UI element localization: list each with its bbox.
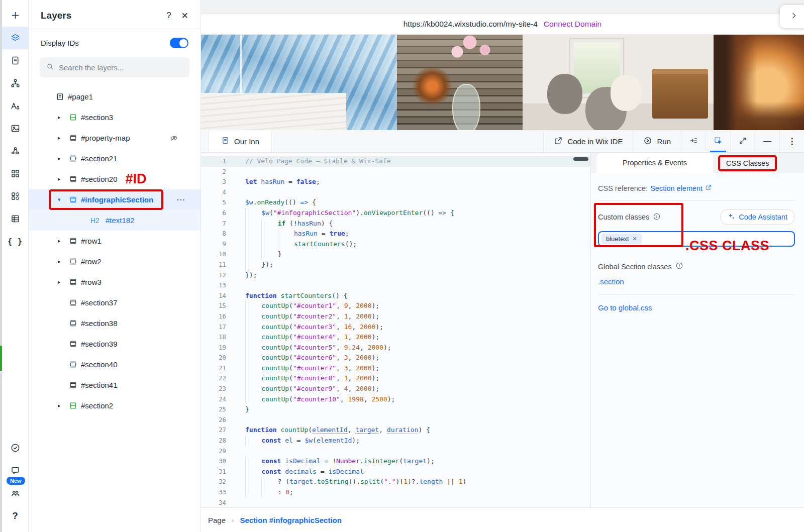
expand-arrow-icon[interactable]: ▸ (58, 402, 69, 409)
breadcrumb-section[interactable]: Section #infographicSection (240, 516, 342, 524)
layer-row-page1[interactable]: #page1 (29, 86, 200, 107)
code-line-21[interactable]: 21 countUp("#counter7", 3, 2000); (201, 363, 590, 374)
code-line-8[interactable]: 8 hasRun = true; (201, 229, 590, 239)
layer-row-section3[interactable]: ▸#section3 (29, 107, 200, 128)
expand-arrow-icon[interactable]: ▸ (58, 135, 69, 141)
code-line-3[interactable]: 3let hasRun = false; (201, 177, 590, 187)
code-line-20[interactable]: 20 countUp("#counter6", 3, 2000); (201, 353, 590, 363)
code-line-14[interactable]: 14function startCounters() { (201, 291, 590, 301)
expand-arrow-icon[interactable]: ▾ (58, 196, 69, 203)
hierarchy-icon[interactable] (2, 72, 28, 94)
connect-domain-link[interactable]: Connect Domain (544, 20, 601, 29)
collapse-panel-button[interactable] (780, 5, 804, 28)
code-line-11[interactable]: 11 }); (201, 260, 590, 270)
layer-row-infographicSection[interactable]: ▾#infographicSection⋯ (29, 189, 200, 210)
expand-panel-button[interactable] (730, 130, 755, 152)
code-line-12[interactable]: 12}); (201, 270, 590, 281)
code-line-28[interactable]: 28 const el = $w(elementId); (201, 436, 590, 446)
typography-icon[interactable] (2, 94, 28, 117)
layer-row-section21[interactable]: ▸#section21 (29, 148, 200, 169)
element-select-tool-button[interactable] (706, 130, 730, 152)
expand-arrow-icon[interactable]: ▸ (58, 176, 69, 182)
tab-css-classes[interactable]: CSS Classes (718, 155, 777, 171)
code-line-33[interactable]: 33 : 0; (201, 487, 590, 498)
code-line-25[interactable]: 25} (201, 404, 590, 415)
connections-icon[interactable] (2, 140, 28, 162)
code-line-15[interactable]: 15 countUp("#counter1", 9, 2000); (201, 301, 590, 311)
layers-icon[interactable] (2, 27, 28, 49)
code-line-1[interactable]: 1// Velo Page Code — Stable & Wix-Safe (201, 156, 590, 167)
editor-scrollbar-thumb[interactable] (573, 157, 588, 161)
code-line-6[interactable]: 6 $w("#infographicSection").onViewportEn… (201, 208, 590, 219)
layer-row-section38[interactable]: #section38 (29, 313, 200, 334)
code-line-13[interactable]: 13 (201, 280, 590, 291)
layer-row-row1[interactable]: ▸#row1 (29, 231, 200, 251)
more-actions-icon[interactable]: ⋯ (176, 194, 185, 205)
code-line-24[interactable]: 24 countUp("#counter10", 1998, 2500); (201, 394, 590, 405)
code-line-29[interactable]: 29 (201, 446, 590, 457)
hidden-eye-icon[interactable] (169, 134, 178, 143)
code-line-17[interactable]: 17 countUp("#counter3", 16, 2000); (201, 322, 590, 333)
question-icon[interactable]: ? (2, 504, 28, 527)
tasks-icon[interactable] (2, 437, 28, 459)
info-icon[interactable] (653, 212, 661, 222)
layers-search[interactable] (40, 57, 189, 77)
code-line-22[interactable]: 22 countUp("#counter8", 1, 2000); (201, 373, 590, 384)
layer-row-section40[interactable]: #section40 (29, 354, 200, 375)
layer-row-section20[interactable]: ▸#section20#ID (29, 169, 200, 189)
display-ids-toggle[interactable] (170, 38, 188, 48)
braces-icon[interactable]: { } (2, 230, 28, 253)
tab-our-inn[interactable]: Our Inn (209, 130, 272, 152)
code-line-9[interactable]: 9 startCounters(); (201, 239, 590, 250)
css-reference-link[interactable]: Section element (650, 184, 712, 192)
breadcrumb-page[interactable]: Page (208, 516, 226, 524)
code-line-7[interactable]: 7 if (!hasRun) { (201, 219, 590, 229)
editor-settings-button[interactable] (681, 130, 706, 152)
code-assistant-button[interactable]: Code Assistant (720, 209, 795, 225)
code-line-27[interactable]: 27function countUp(elementId, target, du… (201, 425, 590, 436)
layer-row-row3[interactable]: ▸#row3 (29, 272, 200, 292)
tab-properties-events[interactable]: Properties & Events (596, 153, 713, 173)
layer-row-property-map[interactable]: ▸#property-map (29, 128, 200, 148)
code-line-2[interactable]: 2 (201, 167, 590, 177)
expand-arrow-icon[interactable]: ▸ (58, 238, 69, 244)
layer-row-section2[interactable]: ▸#section2 (29, 395, 200, 416)
custom-classes-input[interactable]: bluetext ✕ (598, 231, 795, 247)
add-icon[interactable] (2, 4, 28, 27)
code-line-30[interactable]: 30 const isDecimal = !Number.isInteger(t… (201, 456, 590, 467)
code-line-26[interactable]: 26 (201, 415, 590, 425)
go-to-global-css-link[interactable]: Go to global.css (598, 303, 795, 312)
apps-icon[interactable] (2, 162, 28, 185)
code-line-19[interactable]: 19 countUp("#counter5", 9.24, 2000); (201, 343, 590, 353)
layer-row-section41[interactable]: #section41 (29, 375, 200, 395)
expand-arrow-icon[interactable]: ▸ (58, 114, 69, 121)
code-editor[interactable]: 1// Velo Page Code — Stable & Wix-Safe23… (201, 153, 590, 507)
code-line-34[interactable]: 34 (201, 498, 590, 507)
code-line-31[interactable]: 31 const decimals = isDecimal (201, 467, 590, 477)
info-icon[interactable] (675, 262, 683, 271)
run-button[interactable]: Run (633, 130, 681, 152)
expand-arrow-icon[interactable]: ▸ (58, 155, 69, 162)
layer-row-section39[interactable]: #section39 (29, 334, 200, 354)
tables-icon[interactable] (2, 207, 28, 230)
expand-arrow-icon[interactable]: ▸ (58, 258, 69, 265)
help-icon[interactable]: ? (166, 11, 171, 21)
pages-icon[interactable] (2, 49, 28, 72)
global-class-section-link[interactable]: .section (598, 277, 795, 286)
close-icon[interactable]: ✕ (181, 11, 188, 21)
class-chip-bluetext[interactable]: bluetext ✕ (601, 234, 642, 244)
code-line-32[interactable]: 32 ? (target.toString().split(".")[1]?.l… (201, 477, 590, 487)
media-icon[interactable] (2, 117, 28, 140)
minimize-panel-button[interactable]: — (755, 130, 779, 152)
layer-row-section37[interactable]: #section37 (29, 292, 200, 313)
widgets-icon[interactable] (2, 185, 28, 207)
more-options-button[interactable]: ⋮ (779, 130, 804, 152)
layer-row-text182[interactable]: H2#text182 (29, 210, 200, 231)
code-line-16[interactable]: 16 countUp("#counter2", 1, 2000); (201, 311, 590, 322)
team-icon[interactable]: New (2, 482, 28, 504)
expand-arrow-icon[interactable]: ▸ (58, 279, 69, 285)
code-line-10[interactable]: 10 } (201, 249, 590, 260)
layer-row-row2[interactable]: ▸#row2 (29, 251, 200, 272)
code-line-5[interactable]: 5$w.onReady(() => { (201, 197, 590, 208)
search-input[interactable] (59, 63, 183, 72)
